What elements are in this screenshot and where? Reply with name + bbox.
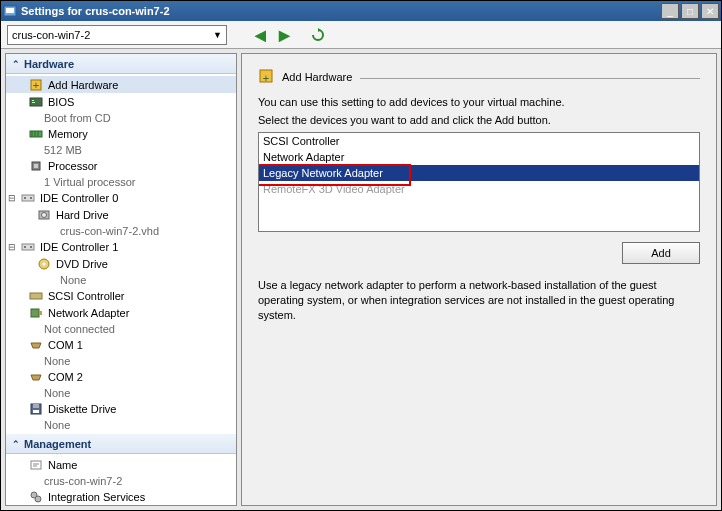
svg-point-14 — [24, 197, 26, 199]
hard-drive-icon — [36, 208, 52, 222]
add-hardware-icon: + — [258, 68, 276, 86]
svg-rect-1 — [6, 8, 14, 13]
minimize-button[interactable]: _ — [661, 3, 679, 19]
tree-integration-services[interactable]: Integration Services — [6, 488, 236, 505]
name-icon — [28, 458, 44, 472]
tree-label: Add Hardware — [48, 79, 118, 91]
svg-rect-18 — [22, 244, 34, 250]
svg-rect-27 — [33, 404, 39, 408]
tree-scsi[interactable]: SCSI Controller — [6, 287, 236, 304]
tree-label: IDE Controller 0 — [40, 192, 118, 204]
scsi-icon — [28, 289, 44, 303]
vm-select-combo[interactable]: crus-con-win7-2 ▼ — [7, 25, 227, 45]
tree-bios-detail: Boot from CD — [6, 110, 236, 125]
tree-label: Name — [48, 459, 77, 471]
app-icon — [3, 4, 17, 18]
diskette-icon — [28, 402, 44, 416]
tree-label: BIOS — [48, 96, 74, 108]
chevron-down-icon: ▼ — [213, 30, 222, 40]
integration-icon — [28, 490, 44, 504]
svg-rect-5 — [32, 100, 34, 101]
tree-label: Integration Services — [48, 491, 145, 503]
panel-title-row: + Add Hardware — [258, 68, 700, 86]
tree-com2[interactable]: COM 2 — [6, 368, 236, 385]
management-section-header[interactable]: ⌃ Management — [6, 434, 236, 454]
tree-name[interactable]: Name — [6, 456, 236, 473]
back-button[interactable]: ◀ — [251, 26, 269, 44]
left-panel: ⌃ Hardware + Add Hardware BIOS Boot from… — [5, 53, 237, 506]
collapse-icon: ⌃ — [12, 59, 20, 69]
svg-text:+: + — [33, 79, 39, 91]
tree-ide1[interactable]: ⊟ IDE Controller 1 — [6, 238, 236, 255]
svg-rect-4 — [30, 98, 42, 106]
memory-icon — [28, 127, 44, 141]
svg-point-22 — [43, 262, 46, 265]
svg-point-15 — [30, 197, 32, 199]
tree-ide0[interactable]: ⊟ IDE Controller 0 — [6, 189, 236, 206]
listbox-item-legacy-nic[interactable]: Legacy Network Adapter — [259, 165, 699, 181]
close-button[interactable]: ✕ — [701, 3, 719, 19]
tree-label: COM 2 — [48, 371, 83, 383]
toolbar: crus-con-win7-2 ▼ ◀ ▶ — [1, 21, 721, 49]
maximize-button[interactable]: □ — [681, 3, 699, 19]
tree-processor-detail: 1 Virtual processor — [6, 174, 236, 189]
tree-processor[interactable]: Processor — [6, 157, 236, 174]
tree-add-hardware[interactable]: + Add Hardware — [6, 76, 236, 93]
listbox-item-remotefx[interactable]: RemoteFX 3D Video Adapter — [259, 181, 699, 197]
tree-dvd-detail: None — [6, 272, 236, 287]
tree-label: Processor — [48, 160, 98, 172]
svg-rect-29 — [31, 461, 41, 469]
svg-rect-13 — [22, 195, 34, 201]
section-label: Hardware — [24, 58, 74, 70]
nav-buttons: ◀ ▶ — [251, 26, 327, 44]
button-row: Add — [258, 242, 700, 264]
svg-rect-12 — [34, 164, 38, 168]
panel-description-2: Select the devices you want to add and c… — [258, 114, 700, 126]
device-listbox[interactable]: SCSI Controller Network Adapter Legacy N… — [258, 132, 700, 232]
content-area: ⌃ Hardware + Add Hardware BIOS Boot from… — [1, 49, 721, 510]
expand-icon[interactable]: ⊟ — [8, 242, 20, 252]
forward-button[interactable]: ▶ — [275, 26, 293, 44]
tree-com1[interactable]: COM 1 — [6, 336, 236, 353]
tree-label: COM 1 — [48, 339, 83, 351]
tree-nic-detail: Not connected — [6, 321, 236, 336]
right-panel: + Add Hardware You can use this setting … — [241, 53, 717, 506]
tree-hard-drive[interactable]: Hard Drive — [6, 206, 236, 223]
tree-com2-detail: None — [6, 385, 236, 400]
tree-memory[interactable]: Memory — [6, 125, 236, 142]
window-buttons: _ □ ✕ — [659, 3, 719, 19]
controller-icon — [20, 191, 36, 205]
listbox-item-nic[interactable]: Network Adapter — [259, 149, 699, 165]
tree-label: IDE Controller 1 — [40, 241, 118, 253]
tree-memory-detail: 512 MB — [6, 142, 236, 157]
listbox-item-scsi[interactable]: SCSI Controller — [259, 133, 699, 149]
tree-label: Diskette Drive — [48, 403, 116, 415]
svg-text:+: + — [263, 72, 269, 84]
add-button[interactable]: Add — [622, 242, 700, 264]
refresh-button[interactable] — [309, 26, 327, 44]
svg-rect-24 — [31, 309, 39, 317]
processor-icon — [28, 159, 44, 173]
panel-description-1: You can use this setting to add devices … — [258, 96, 700, 108]
tree-label: Network Adapter — [48, 307, 129, 319]
hardware-tree: + Add Hardware BIOS Boot from CD Memory … — [6, 74, 236, 434]
tree-network-adapter[interactable]: Network Adapter — [6, 304, 236, 321]
tree-diskette-detail: None — [6, 417, 236, 432]
com-port-icon — [28, 370, 44, 384]
hardware-section-header[interactable]: ⌃ Hardware — [6, 54, 236, 74]
tree-label: SCSI Controller — [48, 290, 124, 302]
svg-rect-23 — [30, 293, 42, 299]
tree-label: Hard Drive — [56, 209, 109, 221]
tree-hard-drive-detail: crus-con-win7-2.vhd — [6, 223, 236, 238]
tree-name-detail: crus-con-win7-2 — [6, 473, 236, 488]
section-label: Management — [24, 438, 91, 450]
svg-point-20 — [30, 246, 32, 248]
nic-icon — [28, 306, 44, 320]
tree-dvd-drive[interactable]: DVD Drive — [6, 255, 236, 272]
titlebar[interactable]: Settings for crus-con-win7-2 _ □ ✕ — [1, 1, 721, 21]
expand-icon[interactable]: ⊟ — [8, 193, 20, 203]
collapse-icon: ⌃ — [12, 439, 20, 449]
tree-diskette[interactable]: Diskette Drive — [6, 400, 236, 417]
add-hardware-icon: + — [28, 78, 44, 92]
tree-bios[interactable]: BIOS — [6, 93, 236, 110]
